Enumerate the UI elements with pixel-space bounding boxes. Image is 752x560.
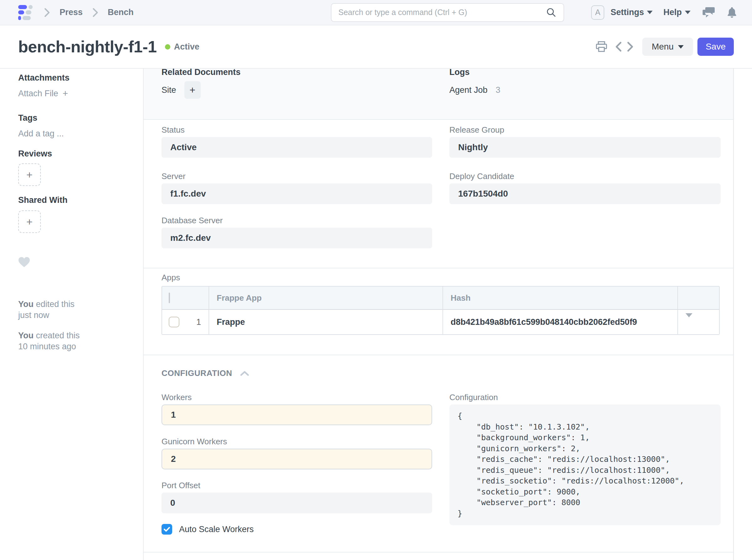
add-review-button[interactable]: + [18, 163, 41, 186]
apps-table: Frappe App Hash 1 [161, 286, 720, 335]
status-badge: Active [174, 42, 199, 52]
database-server-field-value: m2.fc.dev [170, 233, 211, 243]
chat-icon[interactable] [702, 6, 715, 19]
release-group-field-input[interactable]: Nightly [449, 137, 721, 158]
details-section: Status Active Server f1.fc.dev [144, 120, 733, 268]
plus-icon: + [190, 84, 195, 96]
gunicorn-workers-field: Gunicorn Workers 2 [161, 437, 432, 469]
app-cell[interactable]: Frappe [209, 310, 442, 334]
edited-timestamp: just now [18, 311, 49, 320]
port-offset-field-input[interactable]: 0 [161, 493, 432, 513]
agent-job-link[interactable]: Agent Job [449, 85, 488, 95]
shared-with-heading: Shared With [18, 195, 131, 205]
server-field-label: Server [161, 172, 432, 181]
right-gutter [734, 69, 752, 560]
plus-icon: + [63, 88, 68, 99]
auto-scale-workers-field: Auto Scale Workers [161, 524, 432, 535]
workers-field-label: Workers [161, 393, 432, 402]
form-dashboard-section: Related Documents Site + Logs Agent Job [144, 69, 733, 120]
status-field: Status Active [161, 125, 432, 158]
reviews-heading: Reviews [18, 148, 131, 159]
attach-file-button[interactable]: Attach File + [18, 88, 131, 99]
status-indicator-dot [165, 44, 170, 49]
gunicorn-workers-field-input[interactable]: 2 [161, 449, 432, 469]
add-tag-label: Add a tag ... [18, 128, 64, 139]
database-server-field: Database Server m2.fc.dev [161, 216, 432, 248]
created-user: You [18, 331, 34, 340]
configuration-section-toggle[interactable]: CONFIGURATION [161, 368, 720, 378]
select-all-checkbox[interactable] [169, 293, 170, 303]
form-footer-spacer [144, 553, 733, 560]
port-offset-field-value: 0 [170, 498, 175, 508]
menu-button-label: Menu [652, 42, 674, 52]
release-group-field-value: Nightly [458, 142, 488, 153]
auto-scale-workers-label: Auto Scale Workers [179, 524, 254, 534]
agent-job-count: 3 [496, 85, 500, 95]
configuration-json-label: Configuration [449, 393, 721, 402]
gunicorn-workers-field-label: Gunicorn Workers [161, 437, 432, 446]
breadcrumb-chevron-icon [92, 7, 98, 18]
column-header-frappe-app[interactable]: Frappe App [209, 286, 442, 310]
column-header-hash[interactable]: Hash [442, 286, 677, 310]
previous-document-button[interactable] [615, 41, 622, 52]
help-menu[interactable]: Help [663, 7, 691, 17]
menu-button[interactable]: Menu [642, 38, 693, 56]
app-logo-icon[interactable] [18, 5, 35, 20]
deploy-candidate-field-value: 167b1504d0 [458, 189, 508, 199]
table-row: 1 Frappe d8b421b49a8bf61c599b048140cbb20… [162, 310, 719, 334]
auto-scale-workers-checkbox[interactable] [161, 524, 172, 535]
row-checkbox[interactable] [169, 317, 179, 327]
breadcrumb-item-bench[interactable]: Bench [108, 7, 134, 17]
add-site-button[interactable]: + [184, 81, 201, 99]
app-window: Press Bench A Settings Help [0, 0, 752, 560]
add-tag-input[interactable]: Add a tag ... [18, 128, 131, 139]
workers-field-input[interactable]: 1 [161, 404, 432, 425]
header-actions: Menu Save [595, 38, 734, 56]
deploy-candidate-field-label: Deploy Candidate [449, 172, 721, 181]
release-group-field: Release Group Nightly [449, 125, 721, 158]
print-button[interactable] [595, 40, 608, 53]
chevron-down-icon [686, 313, 692, 327]
created-activity: You created this 10 minutes ago [18, 330, 131, 352]
created-action: created this [34, 331, 80, 340]
next-document-button[interactable] [627, 41, 634, 52]
content-area: Attachments Attach File + Tags Add a tag… [0, 69, 752, 560]
avatar[interactable]: A [591, 5, 604, 20]
workers-field-value: 1 [171, 410, 176, 420]
status-field-input[interactable]: Active [161, 137, 432, 158]
port-offset-field: Port Offset 0 [161, 481, 432, 513]
apps-section-label: Apps [161, 273, 720, 282]
hash-cell[interactable]: d8b421b49a8bf61c599b048140cbb2062fed50f9 [442, 310, 677, 334]
related-documents-heading: Related Documents [161, 69, 432, 77]
navbar-actions: A Settings Help [591, 5, 737, 20]
workers-field: Workers 1 [161, 393, 432, 425]
breadcrumb-chevron-icon [44, 7, 50, 18]
settings-menu[interactable]: Settings [611, 7, 653, 17]
row-expand-button[interactable] [677, 310, 719, 334]
search-icon [546, 7, 557, 18]
breadcrumb-item-press[interactable]: Press [60, 7, 83, 17]
add-share-button[interactable]: + [18, 211, 41, 233]
chevron-up-icon [240, 371, 249, 376]
database-server-field-input[interactable]: m2.fc.dev [161, 228, 432, 248]
server-field-input[interactable]: f1.fc.dev [161, 183, 432, 204]
site-link[interactable]: Site [161, 85, 176, 95]
database-server-field-label: Database Server [161, 216, 432, 225]
save-button[interactable]: Save [697, 38, 734, 56]
settings-label: Settings [611, 7, 644, 17]
server-field-value: f1.fc.dev [170, 189, 206, 199]
form-body: Related Documents Site + Logs Agent Job [143, 69, 734, 560]
apps-section: Apps Frappe App Hash [144, 268, 733, 355]
chevron-down-icon [678, 45, 684, 48]
like-heart-icon[interactable] [18, 257, 131, 267]
edited-action: edited this [34, 299, 75, 309]
chevron-down-icon [685, 11, 691, 14]
row-index[interactable]: 1 [196, 317, 201, 327]
form-sidebar: Attachments Attach File + Tags Add a tag… [0, 69, 143, 560]
server-field: Server f1.fc.dev [161, 172, 432, 204]
notifications-bell-icon[interactable] [727, 6, 737, 19]
attachments-heading: Attachments [18, 73, 131, 83]
deploy-candidate-field-input[interactable]: 167b1504d0 [449, 183, 721, 204]
global-search[interactable] [331, 3, 564, 22]
search-input[interactable] [338, 8, 546, 17]
